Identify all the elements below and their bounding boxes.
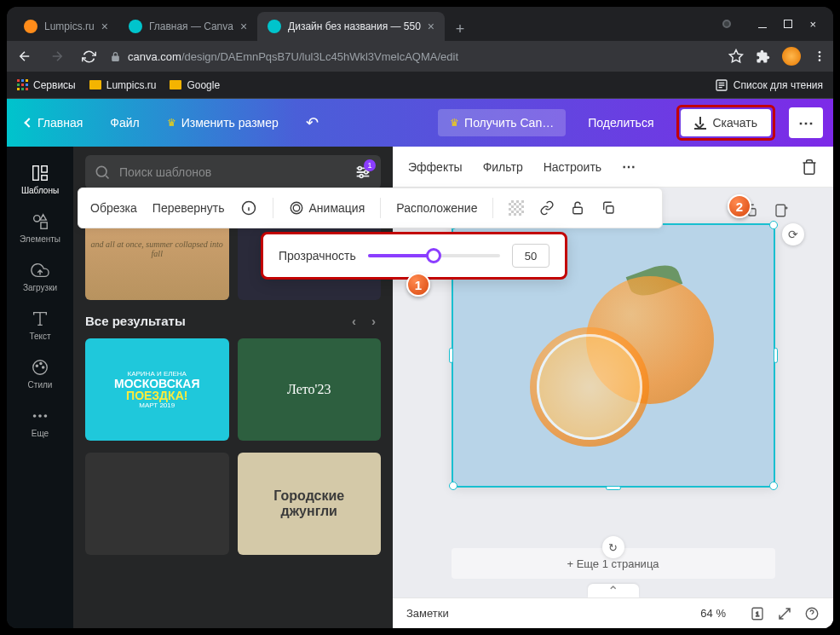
resize-handle[interactable] [774,348,778,363]
url-text: canva.com/design/DAEmnPqsB7U/lul3Lc45hWk… [128,50,458,63]
browser-tab-lumpics[interactable]: Lumpics.ru × [14,12,118,41]
help-button[interactable] [804,606,820,621]
browser-tab-canva-home[interactable]: Главная — Canva × [118,12,257,41]
tab-strip: Lumpics.ru × Главная — Canva × Дизайн бе… [14,7,712,41]
bookmarks-bar: Сервисы Lumpics.ru Google Список для чте… [7,72,833,99]
filter-button[interactable]: 1 [354,163,372,182]
close-icon[interactable]: × [240,20,247,33]
grid-view-button[interactable]: 1 [750,606,765,621]
reload-button[interactable] [78,46,100,67]
zoom-control[interactable]: 64 % [700,607,726,620]
more-button[interactable]: ⋯ [789,107,823,138]
resize-handle[interactable] [606,486,621,490]
template-card[interactable]: Городскиеджунгли [238,453,382,555]
template-card[interactable] [85,453,229,555]
star-icon[interactable] [728,49,744,64]
flip-button[interactable]: Перевернуть [152,201,225,215]
search-input[interactable] [119,165,345,179]
resize-handle[interactable] [769,221,778,229]
notes-button[interactable]: Заметки [406,607,449,620]
menu-icon[interactable] [813,49,826,63]
nav-uploads[interactable]: Загрузки [7,252,73,301]
nav-elements[interactable]: Элементы [7,204,73,252]
template-card[interactable]: КАРИНА И ЕЛЕНАМОСКОВСКАЯПОЕЗДКА!МАРТ 201… [85,338,229,441]
template-card[interactable]: Лето'23 [238,338,382,441]
transparency-input[interactable] [512,244,549,268]
next-button[interactable]: › [366,312,381,330]
svg-point-14 [38,414,42,418]
crop-button[interactable]: Обрезка [90,201,137,215]
apps-button[interactable]: Сервисы [17,79,76,91]
rotate-handle[interactable]: ⟳ [782,223,804,245]
file-button[interactable]: Файл [101,109,147,136]
transparency-icon [509,200,524,216]
extension-icon[interactable] [756,49,770,64]
lock-button[interactable] [570,200,585,216]
crown-icon: ♛ [167,117,176,129]
unlock-icon [570,200,585,216]
effects-button[interactable]: Эффекты [408,160,463,174]
address-bar: canva.com/design/DAEmnPqsB7U/lul3Lc45hWk… [7,41,833,72]
transparency-button[interactable] [509,200,524,216]
nav-text[interactable]: Текст [7,301,73,349]
nav-styles[interactable]: Стили [7,349,73,398]
bookmark-google[interactable]: Google [170,79,220,91]
share-button[interactable]: Поделиться [576,109,665,136]
palette-icon [31,358,49,377]
account-indicator-icon[interactable] [722,20,731,28]
filter-button[interactable]: Фильтр [483,160,523,174]
undo-button[interactable]: ↶ [297,107,327,139]
maximize-button[interactable] [784,18,792,31]
window-close-button[interactable]: × [809,18,816,31]
expand-icon [777,606,792,621]
slider-thumb[interactable] [426,248,441,263]
fullscreen-button[interactable] [777,606,792,621]
search-field[interactable]: 1 [85,155,381,189]
url-field[interactable]: canva.com/design/DAEmnPqsB7U/lul3Lc45hWk… [110,50,718,63]
filter-badge: 1 [364,159,376,171]
get-canva-button[interactable]: ♛Получить Can… [438,109,566,136]
svg-point-10 [36,365,37,367]
image-hud: Эффекты Фильтр Настроить ⋯ [393,147,833,188]
link-button[interactable] [539,200,555,216]
resize-handle[interactable] [449,482,457,490]
refresh-icon[interactable]: ↻ [602,536,624,558]
add-page-bar[interactable]: ↻ + Еще 1 страница [452,548,775,579]
minimize-button[interactable] [758,18,767,31]
home-button[interactable]: Главная [17,109,91,136]
svg-point-0 [819,51,821,54]
animation-button[interactable]: Анимация [289,200,365,216]
prev-button[interactable]: ‹ [347,312,361,330]
bookmark-label: Google [187,79,220,91]
nav-templates[interactable]: Шаблоны [7,155,73,204]
nav-more[interactable]: Еще [7,398,73,447]
animation-icon [289,200,304,216]
resize-button[interactable]: ♛Изменить размер [158,109,287,136]
info-icon [240,199,257,216]
resize-handle[interactable] [769,482,778,490]
reading-list-button[interactable]: Список для чтения [715,78,823,92]
close-icon[interactable]: × [428,20,434,33]
new-tab-button[interactable]: + [448,17,472,41]
svg-point-16 [96,166,106,176]
delete-button[interactable] [801,159,818,176]
download-button[interactable]: Скачать [681,109,772,136]
resize-handle[interactable] [449,348,453,363]
adjust-button[interactable]: Настроить [544,160,601,174]
profile-avatar[interactable] [782,47,801,66]
elements-icon [31,212,49,231]
transparency-slider[interactable] [368,254,500,257]
bookmark-lumpics[interactable]: Lumpics.ru [89,79,157,91]
collapse-handle[interactable]: ⌃ [588,584,639,597]
browser-tab-canva-design[interactable]: Дизайн без названия — 550 × [257,12,445,41]
add-page-button[interactable] [770,199,792,222]
forward-button[interactable] [46,45,68,67]
more-button[interactable]: ⋯ [622,159,636,175]
back-button[interactable] [14,45,36,67]
close-icon[interactable]: × [101,20,108,33]
tab-label: Lumpics.ru [44,20,95,32]
position-button[interactable]: Расположение [396,201,477,215]
info-button[interactable] [240,199,257,216]
side-nav: Шаблоны Элементы Загрузки Текст Стили Ещ… [7,147,73,628]
duplicate-button[interactable] [601,200,616,216]
